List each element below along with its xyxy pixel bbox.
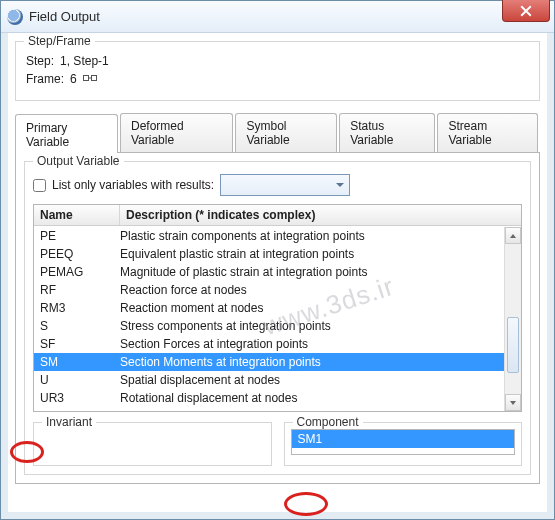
table-row[interactable]: PEPlastic strain components at integrati… (34, 227, 504, 245)
row-description: Reaction force at nodes (120, 283, 504, 297)
table-row[interactable]: USpatial displacement at nodes (34, 371, 504, 389)
scrollbar[interactable] (504, 227, 521, 411)
filter-row: List only variables with results: (33, 174, 522, 196)
tab-deformed-variable[interactable]: Deformed Variable (120, 113, 233, 152)
close-icon (520, 5, 532, 17)
step-frame-legend: Step/Frame (24, 34, 95, 48)
step-line: Step: 1, Step-1 (26, 54, 529, 68)
list-only-label: List only variables with results: (52, 178, 214, 192)
table-row[interactable]: PEMAGMagnitude of plastic strain at inte… (34, 263, 504, 281)
variable-table: Name Description (* indicates complex) P… (33, 204, 522, 412)
row-description: Reaction moment at nodes (120, 301, 504, 315)
dialog-body: Step/Frame Step: 1, Step-1 Frame: 6 Prim… (15, 41, 540, 511)
row-description: Stress components at integration points (120, 319, 504, 333)
row-description: Rotational displacement at nodes (120, 391, 504, 405)
row-name: PE (34, 229, 120, 243)
frame-selector-icon[interactable] (83, 73, 97, 85)
step-frame-group: Step/Frame Step: 1, Step-1 Frame: 6 (15, 41, 540, 101)
component-legend: Component (293, 415, 363, 429)
dialog-field-output: Field Output Step/Frame Step: 1, Step-1 … (0, 0, 555, 520)
variable-rows[interactable]: PEPlastic strain components at integrati… (34, 227, 504, 411)
app-icon (7, 9, 23, 25)
frame-label: Frame: (26, 72, 64, 86)
row-name: PEMAG (34, 265, 120, 279)
tab-symbol-variable[interactable]: Symbol Variable (235, 113, 337, 152)
row-description: Equivalent plastic strain at integration… (120, 247, 504, 261)
row-name: RF (34, 283, 120, 297)
row-description: Magnitude of plastic strain at integrati… (120, 265, 504, 279)
row-name: UR3 (34, 391, 120, 405)
row-description: Spatial displacement at nodes (120, 373, 504, 387)
table-row[interactable]: RFReaction force at nodes (34, 281, 504, 299)
titlebar[interactable]: Field Output (1, 1, 554, 33)
component-item[interactable]: SM1 (292, 430, 515, 448)
row-name: S (34, 319, 120, 333)
results-combo[interactable] (220, 174, 350, 196)
row-description: Plastic strain components at integration… (120, 229, 504, 243)
tab-status-variable[interactable]: Status Variable (339, 113, 435, 152)
scroll-up-button[interactable] (505, 227, 521, 244)
table-row[interactable]: SFSection Forces at integration points (34, 335, 504, 353)
scroll-thumb[interactable] (507, 317, 519, 373)
row-description: Section Moments at integration points (120, 355, 504, 369)
variable-table-header: Name Description (* indicates complex) (34, 205, 521, 226)
list-only-checkbox[interactable] (33, 179, 46, 192)
table-row[interactable]: PEEQEquivalent plastic strain at integra… (34, 245, 504, 263)
output-variable-group: Output Variable List only variables with… (24, 161, 531, 475)
output-variable-legend: Output Variable (33, 154, 124, 168)
tabs: Primary Variable Deformed Variable Symbo… (15, 113, 540, 153)
row-name: RM3 (34, 301, 120, 315)
table-row[interactable]: SMSection Moments at integration points (34, 353, 504, 371)
frame-value: 6 (70, 72, 77, 86)
svg-rect-1 (91, 76, 96, 81)
bottom-groups: Invariant Component SM1 (33, 422, 522, 466)
row-name: SF (34, 337, 120, 351)
invariant-legend: Invariant (42, 415, 96, 429)
component-list[interactable]: SM1 (291, 429, 516, 455)
table-row[interactable]: UR3Rotational displacement at nodes (34, 389, 504, 407)
column-header-description[interactable]: Description (* indicates complex) (120, 205, 521, 225)
row-name: U (34, 373, 120, 387)
scroll-down-button[interactable] (505, 394, 521, 411)
row-name: PEEQ (34, 247, 120, 261)
row-description: Section Forces at integration points (120, 337, 504, 351)
frame-line: Frame: 6 (26, 72, 529, 86)
component-group: Component SM1 (284, 422, 523, 466)
row-name: SM (34, 355, 120, 369)
tab-primary-variable[interactable]: Primary Variable (15, 114, 118, 153)
table-row[interactable]: RM3Reaction moment at nodes (34, 299, 504, 317)
close-button[interactable] (502, 0, 550, 22)
step-value: 1, Step-1 (60, 54, 109, 68)
svg-rect-0 (83, 76, 88, 81)
column-header-name[interactable]: Name (34, 205, 120, 225)
window-title: Field Output (29, 9, 100, 24)
tab-stream-variable[interactable]: Stream Variable (437, 113, 538, 152)
table-row[interactable]: SStress components at integration points (34, 317, 504, 335)
invariant-group: Invariant (33, 422, 272, 466)
step-label: Step: (26, 54, 54, 68)
tab-body: Output Variable List only variables with… (15, 153, 540, 484)
